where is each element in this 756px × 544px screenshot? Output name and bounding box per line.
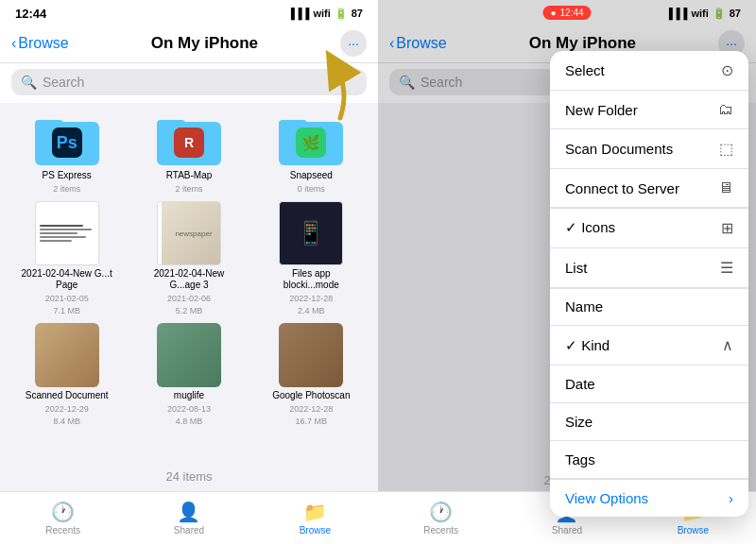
- tab-browse[interactable]: 📁 Browse: [252, 501, 378, 536]
- doc-thumbnail: [35, 201, 99, 265]
- shared-label: Shared: [174, 525, 204, 536]
- battery-icon: 🔋: [335, 8, 348, 20]
- photo-name: Google Photoscan: [272, 390, 350, 401]
- context-menu: Select ⊙ New Folder 🗂 Scan Documents ⬚ C…: [550, 51, 748, 517]
- snapseed-icon: 🌿: [296, 128, 326, 158]
- photo-thumbnail: [157, 323, 221, 387]
- menu-item-tags[interactable]: Tags: [550, 441, 748, 479]
- recents-icon: 🕐: [429, 501, 453, 523]
- docs-row: 2021-02-04-New G...t Page 2021-02-05 7.1…: [8, 201, 370, 315]
- select-label: Select: [565, 62, 605, 78]
- browse-icon: 📁: [303, 501, 327, 523]
- tab-shared[interactable]: 👤 Shared: [126, 501, 251, 536]
- menu-item-icons[interactable]: ✓ Icons ⊞: [550, 209, 748, 248]
- right-phone-panel: ● 12:44 ▐▐▐ wifi 🔋 87 ‹ Browse On My iPh…: [378, 0, 756, 544]
- left-items-count: 24 items: [0, 466, 378, 491]
- select-icon: ⊙: [721, 61, 733, 79]
- scan-icon: ⬚: [719, 140, 733, 158]
- menu-item-select[interactable]: Select ⊙: [550, 51, 748, 91]
- record-dot-icon: ●: [550, 8, 556, 18]
- name-label: Name: [565, 298, 603, 314]
- list-item[interactable]: 2021-02-04-New G...t Page 2021-02-05 7.1…: [15, 201, 119, 315]
- left-nav-title: On My iPhone: [151, 34, 258, 53]
- tags-label: Tags: [565, 451, 595, 468]
- search-icon: 🔍: [21, 75, 37, 90]
- ps-express-icon: Ps: [52, 128, 82, 158]
- icons-label: ✓ Icons: [565, 219, 615, 236]
- record-time: 12:44: [560, 8, 584, 18]
- menu-item-list[interactable]: List ☰: [550, 248, 748, 288]
- left-search-bar: 🔍 Search: [0, 63, 378, 103]
- menu-item-date[interactable]: Date: [550, 366, 748, 403]
- record-indicator: ● 12:44: [542, 6, 591, 20]
- date-label: Date: [565, 376, 595, 392]
- view-options-label: View Options: [565, 490, 648, 506]
- folder-name: PS Express: [43, 170, 92, 181]
- menu-item-name[interactable]: Name: [550, 288, 748, 326]
- list-label: List: [565, 260, 587, 276]
- more-dots-icon: ···: [348, 36, 359, 51]
- folders-row: Ps PS Express 2 items R RTAB-Map 2 items: [8, 114, 370, 194]
- menu-item-size[interactable]: Size: [550, 403, 748, 441]
- list-item[interactable]: Google Photoscan 2022-12-28 16.7 MB: [259, 323, 363, 426]
- list-item[interactable]: Scanned Document 2022-12-29 8.4 MB: [15, 323, 119, 426]
- server-icon: 🖥: [718, 179, 733, 196]
- menu-item-kind[interactable]: ✓ Kind ∧: [550, 326, 748, 366]
- shared-label: Shared: [552, 525, 582, 536]
- recents-label: Recents: [423, 525, 458, 536]
- chevron-left-icon: ‹: [11, 35, 16, 52]
- doc-thumbnail: 📱: [279, 201, 343, 265]
- left-time: 12:44: [15, 7, 46, 21]
- scan-documents-label: Scan Documents: [565, 141, 673, 157]
- view-options-button[interactable]: View Options ›: [550, 479, 748, 517]
- folder-name: Snapseed: [290, 170, 333, 181]
- browse-label: Browse: [300, 525, 331, 536]
- left-tab-bar: 🕐 Recents 👤 Shared 📁 Browse: [0, 491, 378, 544]
- kind-chevron-icon: ∧: [722, 336, 733, 354]
- tab-recents-right[interactable]: 🕐 Recents: [378, 501, 504, 536]
- size-label: Size: [565, 414, 593, 430]
- folder-meta: 2 items: [53, 184, 80, 194]
- list-item[interactable]: newspaper 2021-02-04-New G...age 3 2021-…: [137, 201, 241, 315]
- doc-name: 2021-02-04-New G...age 3: [142, 268, 236, 291]
- icons-grid-icon: ⊞: [721, 219, 733, 237]
- menu-item-scan-documents[interactable]: Scan Documents ⬚: [550, 129, 748, 169]
- list-item[interactable]: 📱 Files app blocki...mode 2022-12-28 2.4…: [259, 201, 363, 315]
- new-folder-icon: 🗂: [718, 101, 733, 118]
- left-back-button[interactable]: ‹ Browse: [11, 35, 69, 52]
- photo-thumbnail: [35, 323, 99, 387]
- left-status-icons: ▐▐▐ wifi 🔋 87: [287, 8, 363, 20]
- left-search-placeholder: Search: [43, 75, 84, 90]
- left-search-input[interactable]: 🔍 Search: [11, 69, 367, 95]
- battery-level: 87: [352, 8, 363, 19]
- tab-recents[interactable]: 🕐 Recents: [0, 501, 126, 536]
- left-more-button[interactable]: ···: [340, 30, 367, 57]
- connect-server-label: Connect to Server: [565, 180, 679, 196]
- list-item[interactable]: 🌿 Snapseed 0 items: [259, 114, 363, 194]
- left-file-grid: Ps PS Express 2 items R RTAB-Map 2 items: [0, 103, 378, 466]
- recents-label: Recents: [45, 525, 80, 536]
- photo-name: Scanned Document: [26, 390, 109, 401]
- folder-name: RTAB-Map: [166, 170, 213, 181]
- folder-meta: 0 items: [298, 184, 325, 194]
- left-phone-panel: 12:44 ▐▐▐ wifi 🔋 87 ‹ Browse On My iPhon…: [0, 0, 378, 544]
- photos-row: Scanned Document 2022-12-29 8.4 MB mugli…: [8, 323, 370, 426]
- browse-label: Browse: [678, 525, 709, 536]
- rtab-map-icon: R: [174, 128, 204, 158]
- new-folder-label: New Folder: [565, 102, 638, 118]
- signal-icon: ▐▐▐: [287, 8, 309, 19]
- photo-name: muglife: [174, 390, 204, 401]
- left-back-label: Browse: [18, 35, 68, 52]
- menu-item-new-folder[interactable]: New Folder 🗂: [550, 91, 748, 129]
- doc-name: Files app blocki...mode: [264, 268, 358, 291]
- list-item[interactable]: R RTAB-Map 2 items: [137, 114, 241, 194]
- list-item[interactable]: muglife 2022-08-13 4.8 MB: [137, 323, 241, 426]
- wifi-icon: wifi: [313, 8, 330, 19]
- recents-icon: 🕐: [51, 501, 75, 523]
- chevron-right-icon: ›: [729, 490, 733, 506]
- kind-label: ✓ Kind: [565, 337, 610, 354]
- menu-item-connect-server[interactable]: Connect to Server 🖥: [550, 169, 748, 208]
- doc-thumbnail: newspaper: [157, 201, 221, 265]
- list-item[interactable]: Ps PS Express 2 items: [15, 114, 119, 194]
- shared-icon: 👤: [177, 501, 200, 523]
